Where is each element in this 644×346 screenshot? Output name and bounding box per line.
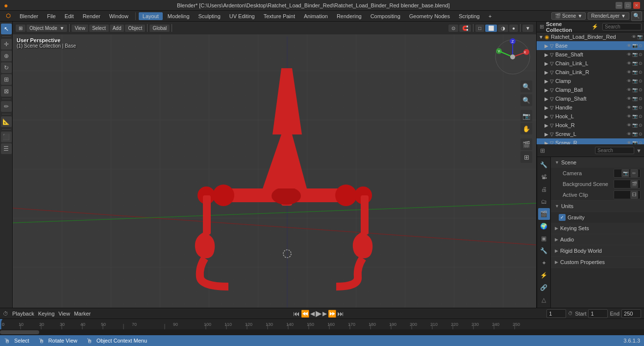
editor-type-button[interactable]: ⊞ [16,25,25,32]
timeline-menu-keying[interactable]: Keying [38,311,55,317]
viewport-add-menu[interactable]: Add [110,25,124,32]
workspace-uv-editing[interactable]: UV Editing [225,12,259,20]
minimize-button[interactable]: — [616,2,622,9]
viewport-shading-solid[interactable]: ⬜ [485,25,497,32]
camera-icon-12[interactable]: 📷 [632,140,638,144]
camera-icon-9[interactable]: 📷 [632,114,638,119]
pan-view-button[interactable]: ✋ [520,123,532,134]
zoom-out-button[interactable]: 🔍 [520,94,532,106]
eye-icon-5[interactable]: 👁 [627,79,631,83]
cursor-icon-8[interactable]: ⊙ [639,105,643,110]
next-frame-btn[interactable]: ⏩ [328,310,336,318]
eye-icon-2[interactable]: 👁 [627,52,631,57]
camera-icon-11[interactable]: 📷 [632,132,638,136]
workspace-rendering[interactable]: Rendering [333,12,366,20]
viewport-object-menu[interactable]: Object [125,25,145,32]
prop-tab-scene[interactable]: 🎬 [538,208,550,220]
outliner-search-input[interactable] [602,23,642,30]
viewport-options-btn[interactable]: ▼ [522,25,533,32]
viewport-shading-material[interactable]: ◑ [498,25,508,32]
viewport-shading-render[interactable]: ● [509,25,518,32]
bg-scene-icon-btn[interactable]: 🎬 [630,180,638,188]
rotate-tool-button[interactable]: ↻ [1,62,12,73]
scale-tool-button[interactable]: ⊞ [1,74,12,85]
navigation-gizmo[interactable]: X Y Z [493,37,532,77]
camera-input[interactable]: 📷 ✏ [614,169,641,178]
outliner-row-chain-r[interactable]: ▶ ▽ Chain_Link_R 👁 📷 ⊙ [537,68,644,77]
cursor-icon-7[interactable]: ⊙ [639,96,643,101]
eye-icon-11[interactable]: 👁 [627,132,631,136]
workspace-sculpting[interactable]: Sculpting [195,12,224,20]
workspace-geometry-nodes[interactable]: Geometry Nodes [405,12,454,20]
camera-icon-7[interactable]: 📷 [632,96,638,101]
prop-tab-constraints[interactable]: 🔗 [538,282,550,293]
outliner-row-screw-l[interactable]: ▶ ▽ Screw_L 👁 📷 ⊙ [537,130,644,138]
camera-icon-8[interactable]: 📷 [632,105,638,110]
cursor-icon-12[interactable]: ⊙ [639,140,643,144]
camera-edit-btn[interactable]: ✏ [630,169,638,177]
active-clip-icon-btn[interactable]: 🎞 [630,191,638,199]
scene-section-header[interactable]: ▼ Scene [551,157,644,168]
outliner-row-hook-r[interactable]: ▶ ▽ Hook_R 👁 📷 ⊙ [537,121,644,130]
prop-tab-active-tool[interactable]: 🔧 [538,159,550,171]
close-button[interactable]: ✕ [633,2,640,9]
snap-btn[interactable]: 🧲 [459,25,471,32]
camera-icon-10[interactable]: 📷 [632,123,638,128]
collection-render-icon[interactable]: 📷 [637,34,643,39]
outliner-row-base[interactable]: ▶ ▽ Base 👁 📷 ⊙ [537,41,644,50]
props-filter-icon[interactable]: ▼ [636,148,642,154]
move-tool-button[interactable]: ⊕ [1,51,12,61]
camera-icon-5[interactable]: 📷 [632,79,638,83]
viewport[interactable]: ⊞ Object Mode ▼ View Select Add Object G… [13,22,536,308]
keying-sets-header[interactable]: ▶ Keying Sets [551,223,644,234]
prop-tab-world[interactable]: 🌍 [538,220,550,232]
cursor-icon-5[interactable]: ⊙ [639,79,643,83]
camera-icon[interactable]: 📷 [632,43,638,48]
prop-tab-particles[interactable]: ✦ [538,257,550,269]
menu-file[interactable]: Blender [16,12,42,20]
select-tool-button[interactable]: ↖ [1,24,12,34]
render-preview-button[interactable]: 🎬 [520,138,532,150]
workspace-layout[interactable]: Layout [139,12,163,20]
prop-tab-modifier[interactable]: 🔧 [538,245,550,257]
custom-props-header[interactable]: ▶ Custom Properties [551,257,644,267]
menu-window[interactable]: Render [79,12,104,20]
cursor-tool-button[interactable]: ✛ [1,39,12,50]
outliner-row-clamp-shaft[interactable]: ▶ ▽ Clamp_Shaft 👁 📷 ⊙ [537,94,644,103]
cursor-icon-11[interactable]: ⊙ [639,132,643,136]
timeline-scrollbar[interactable] [0,329,644,335]
transform-orientation-btn[interactable]: Global [149,25,170,32]
current-frame-input[interactable] [546,309,566,318]
camera-icon-2[interactable]: 📷 [632,52,638,57]
units-section-header[interactable]: ▼ Units [551,201,644,212]
camera-view-button[interactable]: 📷 [520,110,532,122]
camera-icon-6[interactable]: 📷 [632,87,638,92]
outliner-row-hook-l[interactable]: ▶ ▽ Hook_L 👁 📷 ⊙ [537,112,644,121]
prop-tab-output[interactable]: 🖨 [538,184,550,195]
camera-icon-btn[interactable]: 📷 [621,169,629,177]
viewport-select-menu[interactable]: Select [89,25,109,32]
workspace-modeling[interactable]: Modeling [164,12,194,20]
eye-icon-4[interactable]: 👁 [627,70,631,75]
prop-tab-data[interactable]: △ [538,294,550,306]
cursor-icon-2[interactable]: ⊙ [639,52,643,57]
grid-view-button[interactable]: ⊞ [520,151,532,163]
proportional-edit-btn[interactable]: ⊙ [448,25,458,32]
viewport-shading-wire[interactable]: □ [475,25,484,32]
next-keyframe-btn[interactable]: ▶ [322,310,327,317]
eye-icon-10[interactable]: 👁 [627,123,631,128]
annotate-tool-button[interactable]: ✏ [1,101,12,112]
prop-tab-object[interactable]: ▣ [538,233,550,244]
bg-scene-input[interactable]: 🎬 [614,180,641,188]
jump-end-btn[interactable]: ⏭ [337,310,344,318]
menu-render[interactable]: Edit [61,12,78,20]
active-clip-input[interactable]: 🎞 [614,190,641,199]
eye-icon-6[interactable]: 👁 [627,87,631,92]
outliner-row-screw-r[interactable]: ▶ ▽ Screw_R 👁 📷 ⊙ [537,138,644,144]
add-workspace-button[interactable]: + [485,12,495,20]
outliner-row-handle[interactable]: ▶ ▽ Handle 👁 📷 ⊙ [537,103,644,112]
workspace-texture-paint[interactable]: Texture Paint [260,12,299,20]
prev-keyframe-btn[interactable]: ◀ [310,310,315,317]
add-object-button[interactable]: ☰ [1,143,12,154]
timeline-scroll-thumb[interactable] [0,330,39,334]
